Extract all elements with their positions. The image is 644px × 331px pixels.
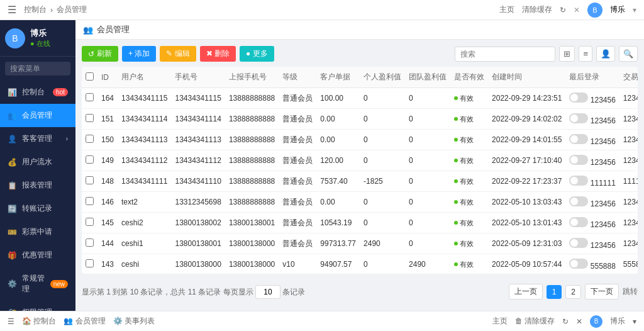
sidebar-nav: 📊 控制台 hot 👥 会员管理 👤 客客管理 › 💰 用户流水 📋 报表管理 (0, 81, 75, 311)
cell-created: 2022-09-27 17:10:40 (488, 150, 565, 171)
col-username: 用户名 (118, 67, 171, 88)
menu-icon[interactable]: ☰ (8, 4, 16, 16)
toggle-switch[interactable] (569, 113, 588, 123)
page-2-btn[interactable]: 2 (565, 285, 581, 299)
toggle-switch[interactable] (569, 196, 588, 206)
home-btn[interactable]: 主页 (499, 4, 514, 15)
cell-personal: 0 (360, 109, 405, 130)
cell-phone: 13434341112 (171, 150, 225, 171)
row-checkbox[interactable] (86, 238, 94, 247)
cell-valid: 有效 (450, 213, 488, 233)
add-button[interactable]: + 添加 (122, 46, 156, 62)
bottom-clear-btn[interactable]: 🗑 清除缓存 (515, 316, 555, 327)
sidebar-item-permissions[interactable]: 🔐 权限管理 › (0, 301, 75, 311)
cell-report-phone: 13888888888 (225, 130, 279, 150)
row-checkbox[interactable] (86, 155, 94, 164)
sidebar-item-members[interactable]: 👥 会员管理 (0, 104, 75, 127)
bottom-member[interactable]: 👥 会员管理 (64, 316, 105, 327)
col-valid: 是否有效 (450, 67, 488, 88)
cell-level: v10 (279, 254, 316, 274)
bottom-close-icon[interactable]: ✕ (576, 317, 582, 326)
more-button[interactable]: ● 更多 (240, 46, 274, 62)
cell-username: 13434341115 (118, 88, 171, 109)
bottom-refresh-btn[interactable]: ↻ (562, 317, 569, 326)
status-dot (454, 179, 458, 183)
search-input[interactable] (455, 47, 555, 62)
list-view-btn[interactable]: ≡ (579, 46, 592, 62)
bottom-events[interactable]: ⚙️ 美事列表 (113, 316, 155, 327)
toggle-switch[interactable] (569, 217, 588, 227)
per-page-input[interactable] (255, 285, 280, 299)
toggle-switch[interactable] (569, 134, 588, 144)
sidebar-item-console[interactable]: 📊 控制台 hot (0, 81, 75, 104)
sidebar-item-settings[interactable]: ⚙️ 常规管理 new (0, 267, 75, 301)
sidebar-item-discount[interactable]: 🎁 优惠管理 (0, 244, 75, 267)
content-header: 👥 会员管理 (75, 20, 644, 40)
user-filter-btn[interactable]: 👤 (596, 46, 615, 62)
row-checkbox[interactable] (86, 135, 94, 143)
sidebar-item-lottery[interactable]: 🎫 彩票中请 (0, 220, 75, 244)
sidebar-item-label: 用户流水 (22, 157, 52, 167)
next-page-btn[interactable]: 下一页 (585, 284, 619, 300)
cell-team: 0 (405, 109, 450, 130)
sidebar-item-report[interactable]: 📋 报表管理 (0, 174, 75, 197)
toggle-switch[interactable] (569, 155, 588, 165)
cell-valid: 有效 (450, 171, 488, 192)
toggle-switch[interactable] (569, 238, 588, 248)
bottom-chevron[interactable]: ▾ (633, 317, 636, 326)
row-checkbox[interactable] (86, 259, 94, 267)
sidebar-item-transfer[interactable]: 🔄 转账记录 (0, 197, 75, 220)
status-dot (454, 200, 458, 204)
table-row: 146 text2 13312345698 13888888888 普通会员 0… (82, 192, 638, 213)
edit-button[interactable]: ✎ 编辑 (160, 46, 196, 62)
cell-username: text2 (118, 192, 171, 213)
sidebar-item-label: 转账记录 (22, 203, 52, 214)
prev-page-btn[interactable]: 上一页 (509, 284, 543, 300)
bottom-menu-icon[interactable]: ☰ (8, 317, 14, 326)
cell-id: 149 (97, 150, 118, 171)
bottom-bar-left: ☰ 🏠 控制台 👥 会员管理 ⚙️ 美事列表 (8, 316, 482, 327)
breadcrumb-home[interactable]: 控制台 (24, 4, 47, 15)
toggle-switch[interactable] (569, 93, 588, 103)
status-text: 有效 (460, 94, 474, 103)
row-checkbox[interactable] (86, 93, 94, 101)
cell-personal: 0 (360, 254, 405, 274)
bottom-home-btn[interactable]: 主页 (492, 316, 508, 327)
cell-phone: 13800138002 (171, 213, 225, 233)
toggle-switch[interactable] (569, 176, 588, 186)
user-chevron[interactable]: ▾ (633, 6, 636, 14)
bottom-console[interactable]: 🏠 控制台 (22, 316, 56, 327)
cell-level: 普通会员 (279, 171, 316, 192)
cell-client: 997313.77 (316, 233, 360, 254)
clear-cache-btn[interactable]: 清除缓存 (522, 4, 552, 15)
cell-client: 120.00 (316, 150, 360, 171)
refresh-button[interactable]: ↺ 刷新 (82, 46, 118, 62)
page-1-btn[interactable]: 1 (547, 285, 562, 299)
cell-valid: 有效 (450, 254, 488, 274)
row-checkbox[interactable] (86, 176, 94, 184)
select-all-checkbox[interactable] (86, 72, 94, 81)
cell-client: 10543.19 (316, 213, 360, 233)
toggle-switch[interactable] (569, 259, 588, 269)
cell-tx-pwd: 123456 (619, 192, 638, 213)
col-phone: 手机号 (171, 67, 225, 88)
status-text: 有效 (460, 115, 474, 124)
sidebar-item-clients[interactable]: 👤 客客管理 › (0, 127, 75, 150)
search-btn[interactable]: 🔍 (619, 46, 638, 62)
cell-last-login: 123456 (565, 150, 619, 171)
refresh-btn[interactable]: ↻ (560, 6, 566, 14)
sidebar-search-input[interactable] (5, 62, 70, 76)
cell-client: 0.00 (316, 109, 360, 130)
row-checkbox[interactable] (86, 218, 94, 226)
transfer-icon: 🔄 (8, 205, 17, 213)
row-checkbox[interactable] (86, 197, 94, 205)
cell-phone: 13800138000 (171, 254, 225, 274)
console-badge: hot (53, 88, 68, 96)
sidebar-item-flow[interactable]: 💰 用户流水 (0, 150, 75, 174)
sidebar-user-info: 博乐 ● 在线 (30, 28, 70, 48)
grid-view-btn[interactable]: ⊞ (559, 46, 575, 62)
close-icon[interactable]: ✕ (574, 6, 580, 14)
cell-personal: 0 (360, 88, 405, 109)
delete-button[interactable]: ✖ 删除 (200, 46, 236, 62)
row-checkbox[interactable] (86, 114, 94, 122)
